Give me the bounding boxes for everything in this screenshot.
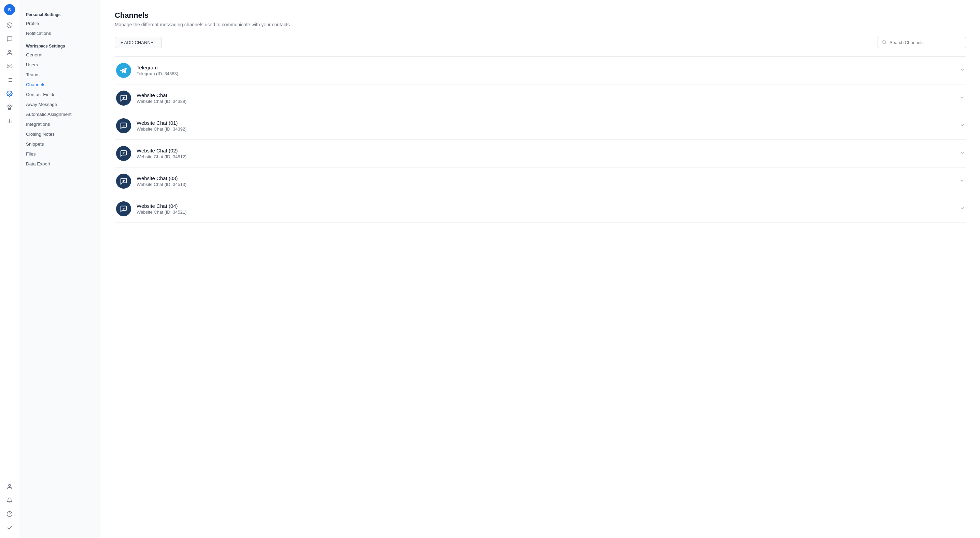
channel-item[interactable]: Telegram Telegram (ID: 34383): [115, 57, 966, 85]
sidebar-item-automatic-assignment[interactable]: Automatic Assignment: [19, 109, 101, 119]
channel-icon: [116, 201, 131, 216]
chevron-down-icon: [959, 178, 965, 185]
channel-id: Website Chat (ID: 34512): [137, 154, 186, 159]
channel-info: Website Chat (04) Website Chat (ID: 3452…: [137, 203, 186, 215]
sidebar-item-snippets[interactable]: Snippets: [19, 139, 101, 149]
channel-id: Telegram (ID: 34383): [137, 71, 178, 76]
svg-line-27: [885, 43, 886, 44]
sidebar-item-integrations[interactable]: Integrations: [19, 119, 101, 129]
bell-icon[interactable]: [3, 494, 16, 506]
channel-list: Telegram Telegram (ID: 34383) Website Ch…: [115, 56, 966, 223]
channel-icon: [116, 63, 131, 78]
sidebar-item-data-export[interactable]: Data Export: [19, 159, 101, 169]
chevron-down-icon: [959, 67, 965, 74]
channel-item[interactable]: Website Chat (03) Website Chat (ID: 3451…: [115, 168, 966, 195]
user-profile-icon[interactable]: [3, 481, 16, 493]
svg-point-23: [8, 484, 11, 486]
sidebar-item-general[interactable]: General: [19, 50, 101, 60]
channel-info: Website Chat (03) Website Chat (ID: 3451…: [137, 176, 186, 187]
sidebar-item-channels[interactable]: Channels: [19, 80, 101, 89]
sidebar-item-teams[interactable]: Teams: [19, 70, 101, 80]
channel-name: Website Chat (02): [137, 148, 186, 153]
svg-rect-11: [7, 105, 8, 106]
channel-id: Website Chat (ID: 34392): [137, 126, 186, 132]
sidebar-item-away-message[interactable]: Away Message: [19, 99, 101, 109]
channel-info: Website Chat Website Chat (ID: 34388): [137, 92, 186, 104]
svg-line-1: [8, 24, 11, 27]
search-input[interactable]: [889, 40, 962, 45]
toolbar: + ADD CHANNEL: [115, 37, 966, 48]
list-icon[interactable]: [3, 74, 16, 86]
channel-item[interactable]: Website Chat (04) Website Chat (ID: 3452…: [115, 195, 966, 223]
add-channel-button[interactable]: + ADD CHANNEL: [115, 37, 162, 48]
channel-icon: [116, 174, 131, 189]
svg-rect-17: [8, 107, 10, 108]
channel-name: Website Chat (04): [137, 203, 186, 209]
channel-id: Website Chat (ID: 34388): [137, 99, 186, 104]
chevron-down-icon: [959, 95, 965, 102]
chevron-down-icon: [959, 206, 965, 212]
channel-info: Website Chat (02) Website Chat (ID: 3451…: [137, 148, 186, 159]
channel-info: Website Chat (01) Website Chat (ID: 3439…: [137, 120, 186, 132]
channel-left: Website Chat (04) Website Chat (ID: 3452…: [116, 201, 186, 216]
user-avatar[interactable]: S: [4, 4, 15, 15]
channel-left: Telegram Telegram (ID: 34383): [116, 63, 178, 78]
sidebar: Personal Settings Profile Notifications …: [19, 0, 101, 538]
org-icon[interactable]: [3, 101, 16, 113]
channel-item[interactable]: Website Chat (02) Website Chat (ID: 3451…: [115, 140, 966, 168]
workspace-settings-label: Workspace Settings: [19, 41, 101, 50]
channel-left: Website Chat (02) Website Chat (ID: 3451…: [116, 146, 186, 161]
channel-item[interactable]: Website Chat (01) Website Chat (ID: 3439…: [115, 112, 966, 140]
channel-name: Website Chat: [137, 92, 186, 98]
channel-name: Website Chat (03): [137, 176, 186, 181]
page-title: Channels: [115, 11, 966, 20]
sidebar-item-closing-notes[interactable]: Closing Notes: [19, 129, 101, 139]
svg-point-26: [883, 40, 886, 43]
home-icon[interactable]: [3, 19, 16, 32]
settings-icon[interactable]: [3, 88, 16, 100]
svg-rect-12: [8, 105, 10, 106]
personal-settings-label: Personal Settings: [19, 10, 101, 18]
checkmark-icon[interactable]: [3, 522, 16, 534]
svg-rect-19: [8, 109, 11, 110]
help-icon[interactable]: [3, 508, 16, 520]
sidebar-item-files[interactable]: Files: [19, 149, 101, 159]
contacts-icon[interactable]: [3, 46, 16, 59]
svg-point-10: [8, 93, 10, 95]
chevron-down-icon: [959, 122, 965, 129]
svg-point-2: [8, 50, 11, 52]
channel-icon: [116, 146, 131, 161]
channel-name: Telegram: [137, 65, 178, 70]
main-content: Channels Manage the different messaging …: [101, 0, 980, 538]
channel-icon: [116, 91, 131, 105]
search-box: [878, 37, 966, 48]
sidebar-item-contact-fields[interactable]: Contact Fields: [19, 89, 101, 99]
analytics-icon[interactable]: [3, 115, 16, 127]
broadcast-icon[interactable]: [3, 60, 16, 72]
svg-point-3: [9, 66, 10, 67]
channel-item[interactable]: Website Chat Website Chat (ID: 34388): [115, 85, 966, 112]
chat-icon[interactable]: [3, 33, 16, 45]
chevron-down-icon: [959, 150, 965, 157]
channel-left: Website Chat (01) Website Chat (ID: 3439…: [116, 118, 186, 133]
svg-rect-13: [11, 105, 12, 106]
channel-id: Website Chat (ID: 34513): [137, 182, 186, 187]
search-icon: [882, 40, 887, 45]
sidebar-item-users[interactable]: Users: [19, 60, 101, 70]
channel-left: Website Chat (03) Website Chat (ID: 3451…: [116, 174, 186, 189]
channel-icon: [116, 118, 131, 133]
channel-info: Telegram Telegram (ID: 34383): [137, 65, 178, 76]
channel-name: Website Chat (01): [137, 120, 186, 126]
sidebar-item-notifications[interactable]: Notifications: [19, 29, 101, 38]
channel-left: Website Chat Website Chat (ID: 34388): [116, 91, 186, 105]
sidebar-item-profile[interactable]: Profile: [19, 18, 101, 29]
page-subtitle: Manage the different messaging channels …: [115, 22, 966, 27]
channel-id: Website Chat (ID: 34521): [137, 209, 186, 215]
icon-nav: S: [0, 0, 19, 538]
